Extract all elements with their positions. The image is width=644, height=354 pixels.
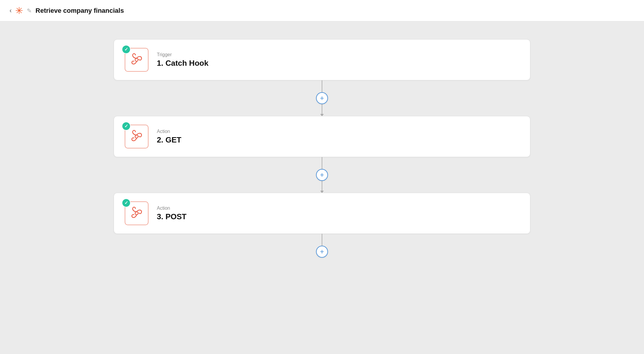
- connector-1-line-bottom: [322, 104, 322, 116]
- edit-title-icon[interactable]: ✎: [27, 7, 32, 14]
- webhook-icon-3: [129, 206, 144, 220]
- connector-2: +: [316, 157, 328, 193]
- add-step-3-button[interactable]: +: [316, 246, 328, 258]
- step-2-name: 2. GET: [157, 135, 181, 145]
- svg-point-0: [135, 58, 138, 61]
- step-card-2[interactable]: ✓ Action 2. GET: [114, 116, 530, 157]
- step-2-check-badge: ✓: [122, 122, 131, 131]
- connector-2-line-bottom: [322, 181, 322, 193]
- step-1-name: 1. Catch Hook: [157, 59, 208, 68]
- header: ‹ ✳ ✎ Retrieve company financials: [0, 0, 644, 21]
- step-1-info: Trigger 1. Catch Hook: [157, 52, 208, 68]
- step-card-3[interactable]: ✓ Action 3. POST: [114, 193, 530, 234]
- step-3-icon-wrapper: ✓: [125, 201, 149, 225]
- connector-3: +: [316, 234, 328, 258]
- step-3-type: Action: [157, 206, 187, 211]
- step-1-icon-wrapper: ✓: [125, 48, 149, 72]
- app-logo: ✳: [15, 6, 23, 15]
- svg-point-1: [135, 135, 138, 138]
- step-1-check-badge: ✓: [122, 45, 131, 54]
- connector-1: +: [316, 80, 328, 116]
- workflow-canvas: ✓ Trigger 1. Catch Hook +: [0, 21, 644, 354]
- step-1-type: Trigger: [157, 52, 208, 57]
- webhook-icon-1: [129, 53, 144, 67]
- workflow-container: ✓ Trigger 1. Catch Hook +: [114, 39, 530, 258]
- page-title: Retrieve company financials: [35, 7, 124, 15]
- add-step-2-button[interactable]: +: [316, 169, 328, 181]
- back-button[interactable]: ‹: [10, 7, 12, 14]
- step-card-1[interactable]: ✓ Trigger 1. Catch Hook: [114, 39, 530, 80]
- step-2-info: Action 2. GET: [157, 129, 181, 145]
- step-2-type: Action: [157, 129, 181, 134]
- step-2-icon-wrapper: ✓: [125, 125, 149, 148]
- step-3-name: 3. POST: [157, 212, 187, 221]
- webhook-icon-2: [129, 129, 144, 144]
- svg-point-2: [135, 212, 138, 215]
- connector-3-line-top: [322, 234, 322, 246]
- step-3-info: Action 3. POST: [157, 206, 187, 221]
- add-step-1-button[interactable]: +: [316, 92, 328, 104]
- connector-2-line-top: [322, 157, 322, 169]
- connector-1-line-top: [322, 80, 322, 92]
- step-3-check-badge: ✓: [122, 198, 131, 207]
